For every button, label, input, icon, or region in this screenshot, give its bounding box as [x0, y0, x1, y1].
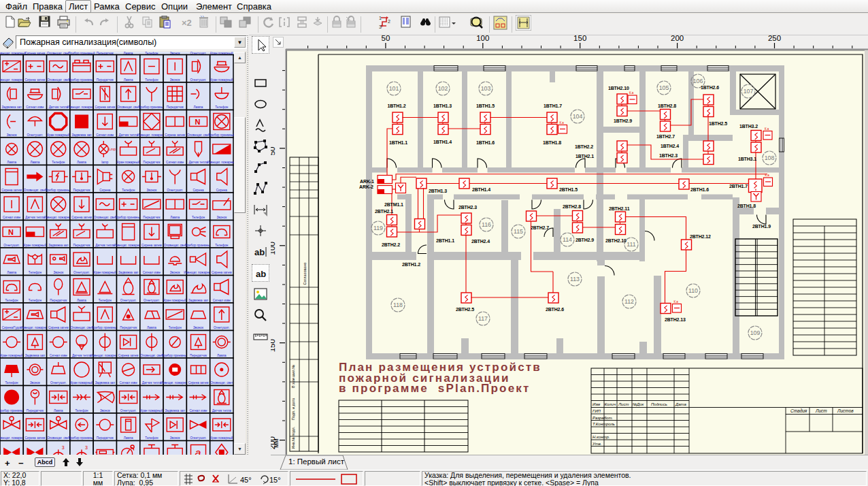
svg-text:в программе sPlan.Проект: в программе sPlan.Проект	[339, 382, 531, 395]
svg-text:2ВТН2.8: 2ВТН2.8	[563, 204, 581, 209]
svg-text:117: 117	[478, 315, 488, 322]
svg-text:1ВТН1.6: 1ВТН1.6	[476, 140, 495, 145]
svg-text:Огнетушит.: Огнетушит.	[214, 326, 230, 329]
svg-text:100: 100	[476, 35, 489, 42]
svg-text:Сигнал изве: Сигнал изве	[96, 133, 114, 137]
svg-text:Сирена: Сирена	[216, 189, 228, 192]
svg-text:Оповещат. свет: Оповещат. свет	[47, 436, 70, 440]
svg-text:2ВТН2.2: 2ВТН2.2	[382, 242, 400, 247]
svg-text:Сирена затем: Сирена затем	[25, 436, 46, 440]
svg-text:1ВТН2.6: 1ВТН2.6	[701, 85, 719, 90]
svg-text:Подп. и дата: Подп. и дата	[291, 398, 295, 420]
svg-text:2ВТН2.5: 2ВТН2.5	[456, 307, 474, 312]
svg-text:К.а: К.а	[765, 127, 769, 131]
svg-text:2ВТН2.10: 2ВТН2.10	[605, 238, 627, 243]
svg-text:1ВТН1.5: 1ВТН1.5	[476, 103, 495, 108]
svg-text:Сирена: Сирена	[193, 189, 204, 192]
svg-text:Лампа: Лампа	[124, 78, 133, 82]
svg-text:Лампа: Лампа	[7, 161, 16, 164]
svg-text:2ВТН1.6: 2ВТН1.6	[690, 187, 709, 192]
svg-text:Извещат. пожарный: Извещат. пожарный	[67, 105, 97, 109]
svg-text:50: 50	[382, 35, 390, 42]
svg-text:Извещат. пожарный: Извещат. пожарный	[137, 133, 167, 137]
svg-text:Прибор приемный: Прибор приемный	[185, 243, 212, 247]
svg-text:2ВТН1.4: 2ВТН1.4	[472, 187, 490, 192]
svg-text:Прибор приемный: Прибор приемный	[68, 78, 95, 82]
svg-text:2ВТН1.1: 2ВТН1.1	[436, 238, 454, 243]
svg-text:150: 150	[271, 339, 276, 352]
svg-text:ARK-1: ARK-1	[360, 179, 374, 184]
svg-text:Оповещат. свет: Оповещат. свет	[164, 244, 187, 247]
svg-text:ab: ab	[254, 247, 265, 257]
svg-text:1ВТН2.7: 1ВТН2.7	[656, 134, 675, 139]
svg-text:1ВТН3.1: 1ВТН3.1	[738, 157, 756, 161]
svg-text:Сирена затем: Сирена затем	[25, 78, 46, 82]
svg-text:Задвижка зап: Задвижка зап	[71, 133, 92, 137]
svg-text:100: 100	[271, 242, 276, 255]
svg-text:Передатчик: Передатчик	[50, 299, 67, 302]
svg-text:Сирена затем: Сирена затем	[95, 106, 115, 109]
svg-text:1ВТН2.1: 1ВТН2.1	[575, 154, 594, 159]
svg-text:Задвижка зап: Задвижка зап	[48, 244, 69, 247]
svg-text:Оповещат. свет: Оповещат. свет	[117, 106, 140, 109]
svg-text:В зам шил.№: В зам шил.№	[291, 365, 295, 388]
svg-text:Передатчик: Передатчик	[190, 354, 207, 357]
svg-text:Лампа: Лампа	[7, 271, 16, 274]
svg-text:Сирена затем: Сирена затем	[1, 189, 22, 192]
svg-text:Огнетушит.: Огнетушит.	[50, 381, 67, 385]
svg-text:Прибор приемный: Прибор приемный	[45, 188, 72, 192]
svg-text:Инв.№ подл.: Инв.№ подл.	[291, 426, 295, 449]
svg-text:Сигнал изве: Сигнал изве	[50, 354, 68, 357]
svg-text:Телефон: Телефон	[122, 189, 135, 192]
svg-text:2ВТН2.6: 2ВТН2.6	[546, 307, 564, 312]
svg-text:Задвижка зап: Задвижка зап	[118, 271, 139, 274]
svg-text:№Док: №Док	[633, 402, 645, 406]
svg-text:Датчик тепла: Датчик тепла	[188, 161, 208, 164]
svg-text:1ВТН1.4: 1ВТН1.4	[433, 140, 452, 144]
svg-text:Кран пожарный: Кран пожарный	[210, 436, 233, 440]
svg-text:Огнетушит.: Огнетушит.	[144, 299, 160, 302]
svg-text:Сирена затем: Сирена затем	[212, 271, 232, 274]
svg-text:Передатчик: Передатчик	[143, 216, 161, 219]
svg-text:116: 116	[482, 221, 491, 228]
svg-text:Датчик тепла: Датчик тепла	[25, 216, 45, 219]
svg-text:Сирена/Гудок: Сирена/Гудок	[2, 326, 22, 329]
svg-text:Задвижка зап: Задвижка зап	[165, 409, 186, 412]
svg-text:2ВТН2.1: 2ВТН2.1	[375, 209, 393, 214]
svg-text:Сигнал изве: Сигнал изве	[213, 299, 231, 302]
svg-text:112: 112	[624, 298, 634, 305]
svg-text:Огнетушит.: Огнетушит.	[120, 409, 137, 412]
svg-text:Датчик тепла: Датчик тепла	[95, 244, 115, 247]
svg-text:Передатчик: Передатчик	[120, 326, 137, 329]
svg-text:Звонок: Звонок	[216, 216, 227, 219]
svg-text:Огнетушит.: Огнетушит.	[120, 299, 137, 302]
svg-text:Передатчик: Передатчик	[73, 189, 90, 192]
svg-text:104: 104	[573, 113, 583, 120]
svg-text:1ВТН2.4: 1ВТН2.4	[661, 144, 679, 148]
svg-text:1ВТН2.3: 1ВТН2.3	[659, 153, 678, 158]
svg-text:1ВТН1.3: 1ВТН1.3	[433, 103, 452, 108]
svg-text:110: 110	[688, 287, 698, 294]
svg-text:Лампа: Лампа	[77, 299, 86, 302]
svg-text:1ВТН1.1: 1ВТН1.1	[389, 140, 407, 145]
svg-text:Звонок: Звонок	[170, 78, 181, 82]
svg-text:150: 150	[573, 35, 586, 42]
svg-text:Извещат. пожарный: Извещат. пожарный	[184, 270, 213, 274]
svg-text:Огнетушит.: Огнетушит.	[27, 133, 44, 137]
svg-text:Сигнал изве: Сигнал изве	[189, 409, 207, 412]
svg-text:Огнетушит.: Огнетушит.	[190, 78, 207, 82]
svg-text:102: 102	[438, 85, 448, 92]
svg-text:Кран пожарный: Кран пожарный	[164, 298, 187, 302]
svg-text:Прибор приемный: Прибор приемный	[162, 353, 189, 357]
svg-text:Прибор приемный: Прибор приемный	[138, 105, 165, 109]
svg-text:Сигнал изве: Сигнал изве	[120, 381, 138, 385]
svg-text:Телефон: Телефон	[52, 161, 65, 164]
svg-text:1ВТН2.9: 1ВТН2.9	[614, 118, 632, 123]
svg-text:2ВТН1.8: 2ВТН1.8	[737, 204, 756, 208]
svg-text:1ВТН2.5: 1ВТН2.5	[709, 121, 727, 126]
svg-text:lamp: lamp	[101, 161, 108, 164]
svg-text:2ВТН2.13: 2ВТН2.13	[665, 317, 686, 322]
svg-text:Звонок: Звонок	[146, 189, 157, 192]
svg-text:Извещат. пожарный: Извещат. пожарный	[44, 215, 73, 219]
svg-text:Прибор приемный: Прибор приемный	[92, 325, 119, 329]
